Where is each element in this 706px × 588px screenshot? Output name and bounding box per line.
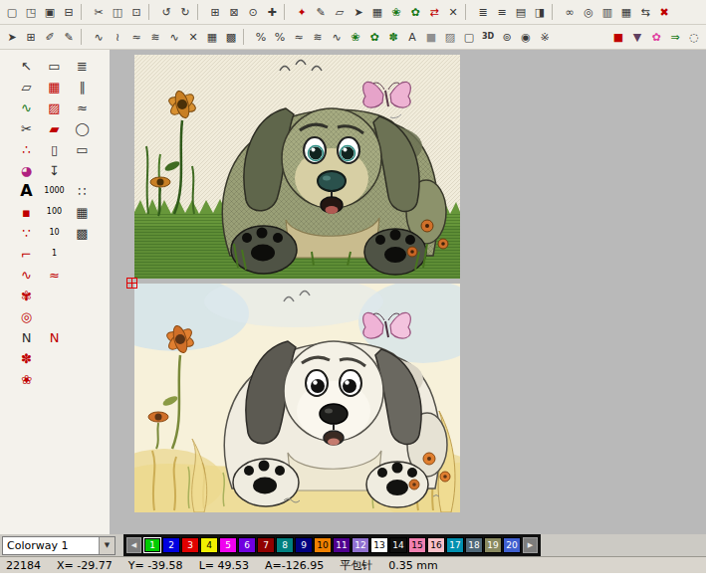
compare-icon[interactable]: ⇒ bbox=[666, 29, 684, 46]
zoom-actual-icon[interactable]: ⊙ bbox=[244, 4, 262, 21]
swap-colors-icon[interactable]: ⇄ bbox=[425, 4, 443, 21]
thread-color-10[interactable]: 10 bbox=[314, 537, 332, 553]
value-1000-tool[interactable]: 1000 bbox=[42, 181, 67, 201]
curve-red-tool[interactable]: ∿ bbox=[14, 265, 39, 285]
gray-fill-icon[interactable]: ■ bbox=[422, 29, 440, 46]
design-properties-icon[interactable]: ◨ bbox=[531, 4, 549, 21]
point-edit-tool[interactable]: ∴ bbox=[14, 139, 39, 159]
pointer-icon[interactable]: ➤ bbox=[350, 4, 367, 21]
design-canvas[interactable] bbox=[110, 50, 706, 534]
three-d-effect-icon[interactable]: 3D bbox=[479, 29, 497, 46]
red-grid-tool[interactable]: ▦ bbox=[42, 77, 67, 97]
select-tool[interactable]: ↖ bbox=[14, 56, 39, 76]
hoop-view-icon[interactable]: ◌ bbox=[685, 29, 703, 46]
cross-stitch-icon[interactable]: ✕ bbox=[184, 29, 202, 46]
value-100-tool[interactable]: 100 bbox=[42, 202, 67, 222]
palette-prev-button[interactable]: ◀ bbox=[126, 537, 141, 553]
triple-run-icon[interactable]: ≀ bbox=[109, 29, 126, 46]
tatami-fill-icon[interactable]: ≋ bbox=[146, 29, 164, 46]
thread-color-20[interactable]: 20 bbox=[503, 537, 521, 553]
gear-flower-tool[interactable]: ✽ bbox=[14, 348, 39, 368]
save-design-icon[interactable]: ▣ bbox=[41, 4, 59, 21]
thread-color-2[interactable]: 2 bbox=[162, 537, 180, 553]
cut-icon[interactable]: ✂ bbox=[90, 4, 108, 21]
n-monogram-red-tool[interactable]: N bbox=[42, 327, 67, 347]
outline-box-icon[interactable]: ▢ bbox=[460, 29, 478, 46]
sequin-icon[interactable]: ◉ bbox=[517, 29, 535, 46]
density-b-icon[interactable]: % bbox=[271, 29, 289, 46]
paste-icon[interactable]: ⊡ bbox=[127, 4, 145, 21]
vine-red-tool[interactable]: ✾ bbox=[14, 286, 39, 305]
wave-effect-icon[interactable]: ≈ bbox=[290, 29, 308, 46]
open-design-icon[interactable]: ◳ bbox=[22, 4, 40, 21]
thread-color-18[interactable]: 18 bbox=[465, 537, 483, 553]
zoom-fit-icon[interactable]: ⊠ bbox=[225, 4, 243, 21]
colorway-select[interactable]: Colorway 1 ▼ bbox=[2, 536, 116, 555]
new-design-icon[interactable]: ▢ bbox=[3, 4, 21, 21]
curve-digitize-tool[interactable]: ≈ bbox=[70, 98, 95, 117]
angle-line-tool[interactable]: ⌐ bbox=[14, 244, 39, 264]
satin-stitch-icon[interactable]: ≈ bbox=[127, 29, 145, 46]
thread-chart-icon[interactable]: ▤ bbox=[512, 4, 530, 21]
grid-toggle-icon[interactable]: ▦ bbox=[368, 4, 386, 21]
close-all-icon[interactable]: ✖ bbox=[655, 4, 673, 21]
color-palette-tool[interactable]: ◕ bbox=[14, 160, 39, 180]
motif-pattern-icon[interactable]: ※ bbox=[536, 29, 554, 46]
anchor-tool[interactable]: ↧ bbox=[42, 160, 67, 180]
jump-stitch-tool[interactable]: ▪ bbox=[14, 202, 39, 222]
thread-color-16[interactable]: 16 bbox=[427, 537, 445, 553]
ring-select-icon[interactable]: ◎ bbox=[580, 4, 597, 21]
embroidery-stitch-design-object[interactable] bbox=[134, 55, 460, 279]
checker-tool[interactable]: ▩ bbox=[70, 223, 95, 243]
delete-object-icon[interactable]: ✕ bbox=[444, 4, 462, 21]
run-stitch-icon[interactable]: ∿ bbox=[90, 29, 108, 46]
fill-dense-icon[interactable]: ▩ bbox=[222, 29, 240, 46]
stitch-edit-icon[interactable]: ✦ bbox=[293, 4, 311, 21]
thread-color-1[interactable]: 1 bbox=[143, 537, 161, 553]
column-view-icon[interactable]: ▥ bbox=[598, 4, 616, 21]
redo-icon[interactable]: ↻ bbox=[176, 4, 194, 21]
polygon-outline-icon[interactable]: ▱ bbox=[331, 4, 349, 21]
value-1-tool[interactable]: 1 bbox=[42, 244, 67, 264]
thread-color-4[interactable]: 4 bbox=[200, 537, 218, 553]
lettering-icon[interactable]: A bbox=[403, 29, 421, 46]
overlap-view-icon[interactable]: ∞ bbox=[561, 4, 579, 21]
flower-tool-icon[interactable]: ✿ bbox=[647, 29, 665, 46]
zigzag-red-tool[interactable]: ≈ bbox=[42, 265, 67, 285]
mesh-view-icon[interactable]: ▦ bbox=[617, 4, 635, 21]
stitch-list-icon[interactable]: ≣ bbox=[474, 4, 492, 21]
slow-redraw-icon[interactable]: ≡ bbox=[493, 4, 511, 21]
reshape-tool[interactable]: ▱ bbox=[14, 77, 39, 97]
thread-color-17[interactable]: 17 bbox=[446, 537, 464, 553]
thread-color-12[interactable]: 12 bbox=[352, 537, 369, 553]
dot-matrix-tool[interactable]: ∷ bbox=[70, 181, 95, 201]
contour-effect-icon[interactable]: ∿ bbox=[328, 29, 346, 46]
knife-tool[interactable]: ✂ bbox=[14, 118, 39, 138]
ripple-effect-icon[interactable]: ≋ bbox=[309, 29, 327, 46]
select-pointer-icon[interactable]: ➤ bbox=[3, 29, 21, 46]
thread-color-15[interactable]: 15 bbox=[408, 537, 426, 553]
bean-stitch-tool[interactable]: ∵ bbox=[14, 223, 39, 243]
hatch-lines-tool[interactable]: ≣ bbox=[70, 56, 95, 76]
rectangle-tool[interactable]: ▭ bbox=[70, 139, 95, 159]
measure-icon[interactable]: ✐ bbox=[41, 29, 59, 46]
fill-grid-icon[interactable]: ▦ bbox=[203, 29, 221, 46]
density-a-icon[interactable]: % bbox=[252, 29, 270, 46]
chevron-down-icon[interactable]: ▼ bbox=[99, 537, 115, 554]
ellipse-tool[interactable]: ◯ bbox=[70, 118, 95, 138]
leaf-fill-icon[interactable]: ✿ bbox=[365, 29, 383, 46]
stop-point-icon[interactable]: ■ bbox=[609, 29, 627, 46]
lettering-a-tool[interactable]: A bbox=[14, 181, 39, 201]
thread-color-13[interactable]: 13 bbox=[370, 537, 388, 553]
motif-run-icon[interactable]: ∿ bbox=[165, 29, 183, 46]
parallel-lines-tool[interactable]: ∥ bbox=[70, 77, 95, 97]
value-10-tool[interactable]: 10 bbox=[42, 223, 67, 243]
run-digitize-tool[interactable]: ∿ bbox=[14, 98, 39, 117]
tatami-digitize-tool[interactable]: ▨ bbox=[42, 98, 67, 117]
n-monogram-tool[interactable]: N bbox=[14, 327, 39, 347]
filter-icon[interactable]: ▼ bbox=[628, 29, 646, 46]
write-to-machine-icon[interactable]: ⊟ bbox=[60, 4, 78, 21]
thread-color-6[interactable]: 6 bbox=[238, 537, 256, 553]
tape-measure-tool[interactable]: ▭ bbox=[42, 56, 67, 76]
fabric-grid-icon[interactable]: ⊞ bbox=[22, 29, 40, 46]
